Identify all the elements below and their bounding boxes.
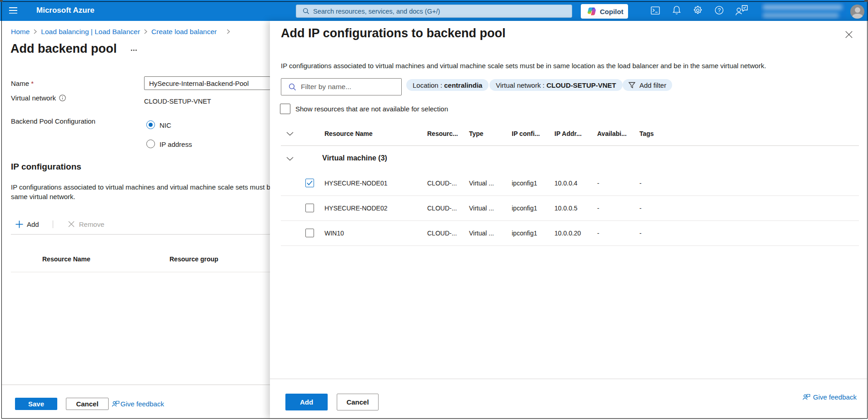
svg-text:?: ? xyxy=(718,7,721,14)
